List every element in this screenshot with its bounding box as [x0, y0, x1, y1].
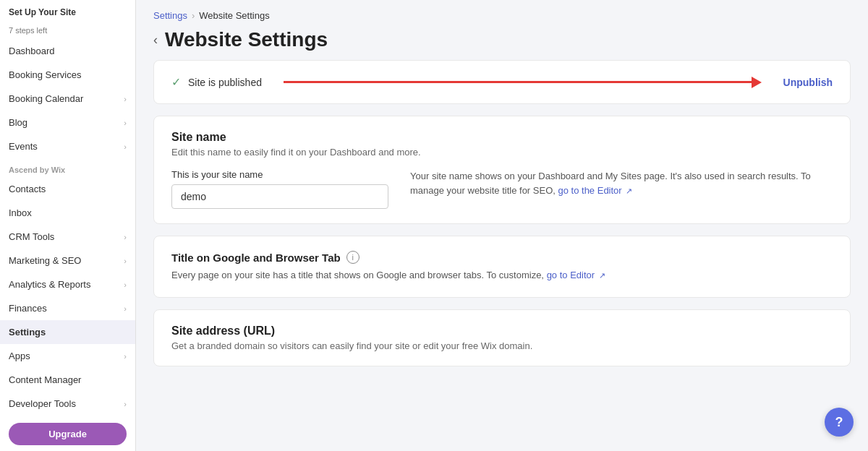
sidebar-item-apps[interactable]: Apps › — [0, 344, 135, 368]
breadcrumb-settings[interactable]: Settings — [153, 10, 187, 21]
sidebar: Set Up Your Site 7 steps left Dashboard … — [0, 0, 136, 451]
sidebar-item-crm-tools[interactable]: CRM Tools › — [0, 225, 135, 249]
go-to-editor-google-link[interactable]: go to Editor ↗ — [547, 270, 605, 280]
sidebar-item-label: Inbox — [9, 207, 32, 218]
sidebar-item-marketing-seo[interactable]: Marketing & SEO › — [0, 249, 135, 272]
page-header: ‹ Website Settings — [136, 25, 868, 60]
chevron-right-icon: › — [124, 304, 127, 313]
sidebar-item-label: Contacts — [9, 184, 46, 194]
sidebar-item-label: Dashboard — [9, 46, 55, 56]
steps-left: 7 steps left — [0, 25, 135, 39]
sidebar-item-label: Finances — [9, 303, 47, 314]
sidebar-item-label: Apps — [9, 351, 30, 361]
back-arrow-icon[interactable]: ‹ — [153, 33, 158, 48]
chevron-right-icon: › — [124, 142, 127, 151]
site-name-card: Site name Edit this name to easily find … — [153, 116, 851, 224]
site-name-help: Your site name shows on your Dashboard a… — [410, 169, 833, 197]
red-arrow-head — [752, 77, 762, 88]
red-arrow-line — [284, 81, 752, 83]
sidebar-item-label: Developer Tools — [9, 398, 76, 409]
published-banner-card: ✓ Site is published Unpublish — [153, 60, 851, 104]
published-banner: ✓ Site is published Unpublish — [171, 75, 833, 89]
field-label: This is your site name — [171, 169, 388, 180]
google-tab-card: Title on Google and Browser Tab i Every … — [153, 236, 851, 298]
check-icon: ✓ — [171, 75, 181, 89]
page-title: Website Settings — [165, 28, 328, 51]
external-link-icon: ↗ — [626, 186, 632, 195]
breadcrumb-current: Website Settings — [199, 10, 269, 21]
sidebar-item-label: Content Manager — [9, 374, 81, 385]
sidebar-item-events[interactable]: Events › — [0, 134, 135, 158]
red-arrow — [284, 80, 762, 85]
sidebar-item-label: Events — [9, 141, 38, 152]
chevron-right-icon: › — [124, 257, 127, 265]
google-tab-title-row: Title on Google and Browser Tab i — [171, 251, 833, 264]
chevron-right-icon: › — [124, 280, 127, 289]
sidebar-item-booking-calendar[interactable]: Booking Calendar › — [0, 87, 135, 111]
external-link-icon2: ↗ — [599, 271, 605, 280]
setup-title: Set Up Your Site — [0, 0, 135, 20]
info-icon[interactable]: i — [346, 251, 359, 264]
google-tab-description: Every page on your site has a title that… — [171, 268, 833, 283]
sidebar-item-label: Marketing & SEO — [9, 255, 81, 266]
go-to-editor-google-label: go to Editor — [547, 270, 595, 280]
help-button[interactable]: ? — [825, 408, 854, 437]
sidebar-item-label: Booking Services — [9, 69, 81, 80]
published-left: ✓ Site is published — [171, 75, 262, 89]
go-to-editor-link[interactable]: go to the Editor ↗ — [558, 185, 633, 196]
sidebar-item-label: Analytics & Reports — [9, 279, 90, 290]
site-address-title: Site address (URL) — [171, 325, 833, 338]
google-tab-desc-text: Every page on your site has a title that… — [171, 270, 544, 280]
sidebar-item-finances[interactable]: Finances › — [0, 296, 135, 320]
sidebar-item-blog[interactable]: Blog › — [0, 111, 135, 134]
sidebar-item-settings[interactable]: Settings — [0, 320, 135, 344]
sidebar-item-contacts[interactable]: Contacts — [0, 177, 135, 201]
site-address-card: Site address (URL) Get a branded domain … — [153, 309, 851, 366]
sidebar-item-label: Booking Calendar — [9, 93, 83, 104]
breadcrumb: Settings › Website Settings — [136, 0, 868, 25]
sidebar-item-inbox[interactable]: Inbox — [0, 201, 135, 225]
site-name-subtitle: Edit this name to easily find it on your… — [171, 147, 833, 158]
main-content: Settings › Website Settings ‹ Website Se… — [136, 0, 868, 451]
sidebar-item-label: Settings — [9, 327, 46, 338]
chevron-right-icon: › — [124, 119, 127, 127]
content-area: ✓ Site is published Unpublish Site name … — [136, 60, 868, 451]
sidebar-item-label: Blog — [9, 117, 27, 128]
site-address-subtitle: Get a branded domain so visitors can eas… — [171, 340, 833, 351]
google-tab-title-text: Title on Google and Browser Tab — [171, 252, 341, 264]
sidebar-item-dashboard[interactable]: Dashboard — [0, 39, 135, 63]
chevron-right-icon: › — [124, 95, 127, 103]
chevron-right-icon: › — [124, 233, 127, 241]
published-text: Site is published — [188, 77, 262, 88]
unpublish-button[interactable]: Unpublish — [783, 77, 833, 88]
ascend-section-label: Ascend by Wix — [0, 158, 135, 177]
breadcrumb-separator: › — [192, 10, 195, 21]
chevron-right-icon: › — [124, 352, 127, 361]
site-name-input[interactable] — [171, 184, 388, 209]
site-name-row: This is your site name Your site name sh… — [171, 169, 833, 209]
chevron-right-icon: › — [124, 400, 127, 408]
sidebar-item-booking-services[interactable]: Booking Services — [0, 63, 135, 87]
sidebar-item-content-manager[interactable]: Content Manager — [0, 368, 135, 392]
sidebar-item-developer-tools[interactable]: Developer Tools › — [0, 392, 135, 416]
sidebar-item-analytics-reports[interactable]: Analytics & Reports › — [0, 272, 135, 296]
sidebar-item-label: CRM Tools — [9, 231, 54, 242]
site-name-left: This is your site name — [171, 169, 388, 209]
upgrade-button[interactable]: Upgrade — [9, 423, 127, 445]
site-name-title: Site name — [171, 131, 833, 144]
go-to-editor-label: go to the Editor — [558, 185, 622, 196]
